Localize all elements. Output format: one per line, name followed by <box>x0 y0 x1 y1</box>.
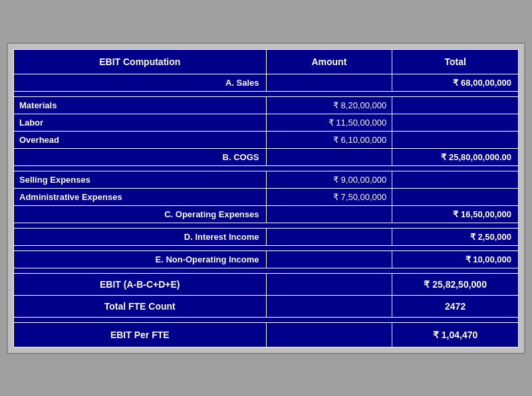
spacer-cell <box>14 165 519 171</box>
ebit-total: 2472 <box>392 295 519 317</box>
ebit-per-fte-total: ₹ 1,04,470 <box>392 322 519 347</box>
ebit-per-fte-label: EBIT Per FTE <box>14 322 267 347</box>
ebit-per-fte-amount <box>266 322 392 347</box>
table-row: EBIT (A-B-C+D+E)₹ 25,82,50,000 <box>14 273 519 295</box>
row-label: Labor <box>14 114 267 131</box>
row-total <box>392 114 519 131</box>
spacer-cell <box>14 223 519 228</box>
table-row: D. Interest Income₹ 2,50,000 <box>14 228 519 245</box>
section-label: A. Sales <box>14 74 267 91</box>
table-row <box>14 91 519 96</box>
section-amount <box>266 228 392 245</box>
table-row: C. Operating Expenses₹ 16,50,00,000 <box>14 205 519 223</box>
row-amount: ₹ 6,10,00,000 <box>266 131 392 148</box>
row-amount: ₹ 8,20,00,000 <box>266 96 392 114</box>
row-total <box>392 96 519 114</box>
section-amount <box>266 250 392 268</box>
ebit-label: Total FTE Count <box>14 295 267 317</box>
row-amount: ₹ 11,50,00,000 <box>266 114 392 131</box>
row-label: Overhead <box>14 131 267 148</box>
table-row <box>14 245 519 250</box>
table-row: Total FTE Count2472 <box>14 295 519 317</box>
table-row: Selling Expenses₹ 9,00,00,000 <box>14 171 519 188</box>
table-row: EBIT Per FTE₹ 1,04,470 <box>14 322 519 347</box>
spacer-cell <box>14 91 519 96</box>
table-row: Labor₹ 11,50,00,000 <box>14 114 519 131</box>
row-total <box>392 171 519 188</box>
table-row <box>14 223 519 228</box>
row-amount: ₹ 9,00,00,000 <box>266 171 392 188</box>
section-label: D. Interest Income <box>14 228 267 245</box>
spacer-cell <box>14 317 519 322</box>
section-total: ₹ 68,00,00,000 <box>392 74 519 91</box>
table-row <box>14 268 519 273</box>
section-total: ₹ 25,80,00,000.00 <box>392 148 519 165</box>
table-row: Overhead₹ 6,10,00,000 <box>14 131 519 148</box>
ebit-label: EBIT (A-B-C+D+E) <box>14 273 267 295</box>
header-amount: Amount <box>266 49 392 74</box>
ebit-table: EBIT Computation Amount Total A. Sales₹ … <box>13 49 519 347</box>
header-total: Total <box>392 49 519 74</box>
table-wrapper: EBIT Computation Amount Total A. Sales₹ … <box>7 43 525 354</box>
table-row: Administrative Expenses₹ 7,50,00,000 <box>14 188 519 205</box>
section-total: ₹ 10,00,000 <box>392 250 519 268</box>
ebit-total: ₹ 25,82,50,000 <box>392 273 519 295</box>
section-label: C. Operating Expenses <box>14 205 267 223</box>
section-total: ₹ 2,50,000 <box>392 228 519 245</box>
row-label: Administrative Expenses <box>14 188 267 205</box>
table-row <box>14 165 519 171</box>
section-total: ₹ 16,50,00,000 <box>392 205 519 223</box>
table-row: B. COGS₹ 25,80,00,000.00 <box>14 148 519 165</box>
spacer-cell <box>14 245 519 250</box>
row-total <box>392 131 519 148</box>
row-label: Materials <box>14 96 267 114</box>
row-total <box>392 188 519 205</box>
table-row: E. Non-Operating Income₹ 10,00,000 <box>14 250 519 268</box>
table-row: Materials₹ 8,20,00,000 <box>14 96 519 114</box>
section-label: B. COGS <box>14 148 267 165</box>
ebit-amount <box>266 295 392 317</box>
table-row <box>14 317 519 322</box>
header-ebit-computation: EBIT Computation <box>14 49 267 74</box>
section-amount <box>266 74 392 91</box>
spacer-cell <box>14 268 519 273</box>
row-amount: ₹ 7,50,00,000 <box>266 188 392 205</box>
section-label: E. Non-Operating Income <box>14 250 267 268</box>
table-row: A. Sales₹ 68,00,00,000 <box>14 74 519 91</box>
table-header-row: EBIT Computation Amount Total <box>14 49 519 74</box>
row-label: Selling Expenses <box>14 171 267 188</box>
ebit-amount <box>266 273 392 295</box>
section-amount <box>266 148 392 165</box>
section-amount <box>266 205 392 223</box>
